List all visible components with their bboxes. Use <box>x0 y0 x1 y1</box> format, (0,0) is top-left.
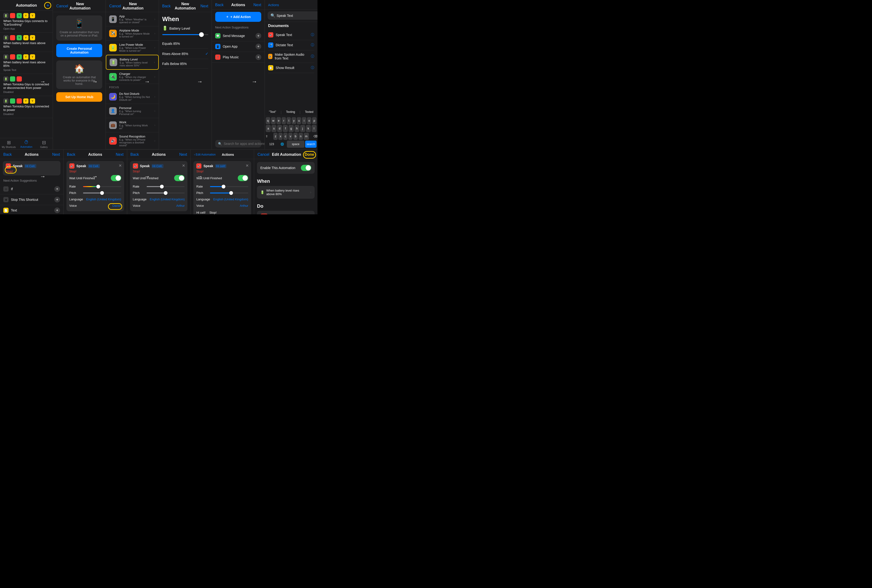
back-action-button[interactable]: Back <box>215 2 226 8</box>
create-personal-button[interactable]: Create Personal Automation <box>56 44 102 57</box>
language-value[interactable]: English (United Kingdom) <box>213 198 248 201</box>
pitch-slider-4[interactable] <box>210 192 248 194</box>
key-space[interactable]: space <box>287 141 304 148</box>
speak-highlight[interactable]: Hi Cell. <box>152 164 164 168</box>
suggestion-open-app[interactable]: 📱 Open App + <box>212 41 265 52</box>
back-bottom4-button[interactable]: ‹ Edit Automation <box>194 153 215 157</box>
key-i[interactable]: i <box>302 117 306 124</box>
key-x[interactable]: x <box>278 133 283 140</box>
back-bottom1-button[interactable]: Back <box>3 152 14 157</box>
key-backspace[interactable]: ⌫ <box>310 133 317 140</box>
trigger-airplane[interactable]: ✈️ Airplane Mode E.g. "When Airplane Mod… <box>106 26 158 40</box>
suggestion-send-message[interactable]: 💬 Send Message + <box>212 31 265 41</box>
add-action-button[interactable]: ＋ + Add Action <box>215 12 261 22</box>
voice-value[interactable]: Arthur <box>176 204 185 207</box>
search-actions-input[interactable] <box>224 142 265 146</box>
pred-texting[interactable]: Texting <box>286 110 295 114</box>
list-item[interactable]: 🔋 Y Y Y When Tomioka Giyu connects to "E… <box>0 10 53 33</box>
key-n[interactable]: n <box>299 133 303 140</box>
next-bottom3-button[interactable]: Next <box>176 152 187 157</box>
suggestion-stop[interactable]: ⊗ Stop This Shortcut + <box>0 194 63 205</box>
trigger-battery[interactable]: 🔋 Battery Level E.g. "When battery level… <box>106 55 158 70</box>
battery-slider[interactable] <box>162 34 208 35</box>
back-battery-button[interactable]: Back <box>162 3 173 9</box>
back-bottom3-button[interactable]: Back <box>131 152 141 157</box>
enable-toggle[interactable] <box>301 165 311 171</box>
wait-toggle-4[interactable] <box>238 175 248 181</box>
search-speak-input[interactable] <box>277 14 317 18</box>
key-j[interactable]: j <box>300 125 305 132</box>
rate-slider-3[interactable] <box>147 186 185 187</box>
tab-my-shortcuts[interactable]: ⊞ My Shortcuts <box>0 140 18 148</box>
key-g[interactable]: g <box>289 125 293 132</box>
back-bottom2-button[interactable]: Back <box>67 152 77 157</box>
key-p[interactable]: p <box>312 117 317 124</box>
add-play-music-button[interactable]: + <box>256 54 261 60</box>
key-r[interactable]: r <box>282 117 286 124</box>
key-y[interactable]: y <box>292 117 296 124</box>
close-action-button[interactable]: ✕ <box>119 164 122 168</box>
key-q[interactable]: q <box>266 117 270 124</box>
trigger-personal[interactable]: 👤 Personal E.g. "When turning Personal o… <box>106 104 158 118</box>
close-action-button[interactable]: ✕ <box>246 164 249 168</box>
info-icon[interactable]: ⓘ <box>311 43 314 47</box>
cancel-trigger-button[interactable]: Cancel <box>109 3 121 9</box>
key-search[interactable]: search <box>305 141 317 148</box>
key-d[interactable]: d <box>277 125 282 132</box>
add-automation-button[interactable]: + <box>39 2 50 9</box>
cancel-button[interactable]: Cancel <box>56 3 68 9</box>
speak-highlight[interactable]: Hi Cell. <box>24 164 36 168</box>
trigger-app[interactable]: 📱 App E.g. "When 'Weather' is opened or … <box>106 12 158 26</box>
wait-toggle-3[interactable] <box>174 175 185 181</box>
key-e[interactable]: e <box>277 117 281 124</box>
key-s[interactable]: s <box>271 125 277 132</box>
pitch-slider-3[interactable] <box>147 192 185 194</box>
next-bottom2-button[interactable]: Next <box>113 152 123 157</box>
doc-speak-text[interactable]: 🔊 Speak Text ⓘ <box>268 30 314 40</box>
key-c[interactable]: c <box>283 133 287 140</box>
speak-highlight[interactable]: Hi Cell. <box>88 164 100 168</box>
trigger-dnd[interactable]: 🌙 Do Not Disturb E.g. "When turning Do N… <box>106 90 158 104</box>
list-item[interactable]: 🔋 Y Y Y When battery level rises above 6… <box>0 33 53 52</box>
list-item[interactable]: 🔋 Y Y When Tomioka Giyu is connected to … <box>0 96 53 118</box>
doc-make-spoken[interactable]: 🔊 Make Spoken Audio from Text ⓘ <box>268 50 314 63</box>
setup-home-button[interactable]: Set Up Home Hub <box>56 92 102 102</box>
key-f[interactable]: f <box>283 125 288 132</box>
key-u[interactable]: u <box>297 117 301 124</box>
next-bottom1-button[interactable]: Next <box>50 152 60 157</box>
rate-slider-4[interactable] <box>210 186 248 187</box>
search-field[interactable]: 🔍 ✕ <box>268 11 317 20</box>
language-value[interactable]: English (United Kingdom) <box>150 198 185 201</box>
key-v[interactable]: v <box>288 133 293 140</box>
close-action-button[interactable]: ✕ <box>182 164 185 168</box>
cancel-edit-button[interactable]: Cancel <box>257 152 269 157</box>
info-icon[interactable]: ⓘ <box>311 33 314 37</box>
add-text-button[interactable]: + <box>54 207 60 213</box>
key-emoji[interactable]: 🌐 <box>278 141 286 148</box>
key-123[interactable]: 123 <box>266 141 278 148</box>
trigger-lowpower[interactable]: 🔋 Low Power Mode E.g. "When Low Power Mo… <box>106 40 158 55</box>
add-stop-button[interactable]: + <box>54 197 60 202</box>
key-t[interactable]: t <box>287 117 291 124</box>
key-h[interactable]: h <box>295 125 299 132</box>
trigger-work[interactable]: 💼 Work E.g. "When turning Work on" › <box>106 118 158 132</box>
suggestion-play-music[interactable]: 🎵 Play Music + <box>212 52 265 63</box>
speak-highlight[interactable]: Hi cell! <box>215 164 226 168</box>
key-z[interactable]: z <box>274 133 278 140</box>
done-button[interactable]: Done <box>304 152 314 157</box>
key-shift[interactable]: ⇧ <box>265 133 273 140</box>
trigger-charger[interactable]: 🔌 Charger E.g. "When my charger connects… <box>106 70 158 84</box>
info-icon[interactable]: ⓘ <box>311 66 314 70</box>
key-m[interactable]: m <box>304 133 309 140</box>
search-actions-bar[interactable]: 🔍 <box>215 140 261 147</box>
pitch-slider[interactable] <box>83 192 121 194</box>
do-action-row[interactable]: 🔊 Speak Text › <box>257 211 315 214</box>
tab-automation[interactable]: ⏱ Automation <box>18 140 35 148</box>
wait-toggle[interactable] <box>111 175 121 181</box>
key-o[interactable]: o <box>307 117 311 124</box>
suggestion-if[interactable]: ◇ If + <box>0 184 63 194</box>
info-icon[interactable]: ⓘ <box>311 54 314 58</box>
list-item[interactable]: 🔋 When Tomioka Giyu is connected or disc… <box>0 74 53 96</box>
when-condition-row[interactable]: 🔋 When battery level rises above 80% › <box>257 186 315 199</box>
next-action-button[interactable]: Next <box>251 2 261 8</box>
